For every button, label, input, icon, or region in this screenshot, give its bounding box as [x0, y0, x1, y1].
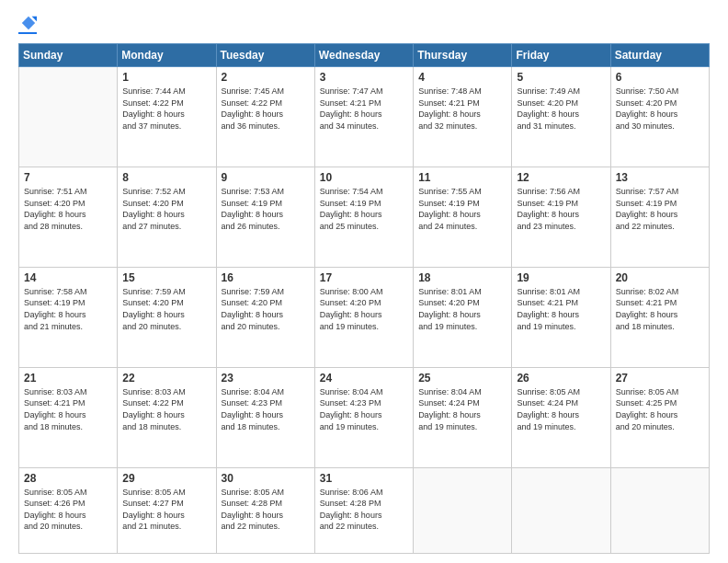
day-number: 8 — [122, 171, 210, 184]
page: SundayMondayTuesdayWednesdayThursdayFrid… — [0, 0, 728, 563]
calendar-cell: 21Sunrise: 8:03 AM Sunset: 4:21 PM Dayli… — [19, 367, 118, 467]
day-number: 6 — [616, 71, 704, 84]
logo — [18, 15, 37, 34]
day-number: 31 — [320, 472, 408, 485]
day-number: 7 — [24, 171, 112, 184]
day-info: Sunrise: 7:48 AM Sunset: 4:21 PM Dayligh… — [418, 86, 506, 132]
calendar-cell: 6Sunrise: 7:50 AM Sunset: 4:20 PM Daylig… — [610, 67, 709, 167]
day-info: Sunrise: 8:01 AM Sunset: 4:20 PM Dayligh… — [418, 286, 506, 332]
weekday-header-friday: Friday — [512, 44, 610, 67]
calendar-cell: 16Sunrise: 7:59 AM Sunset: 4:20 PM Dayli… — [216, 267, 314, 367]
day-info: Sunrise: 7:56 AM Sunset: 4:19 PM Dayligh… — [517, 186, 605, 232]
day-number: 14 — [24, 271, 112, 284]
week-row-1: 1Sunrise: 7:44 AM Sunset: 4:22 PM Daylig… — [19, 67, 710, 167]
weekday-header-thursday: Thursday — [414, 44, 512, 67]
day-number: 3 — [320, 71, 408, 84]
calendar-cell: 19Sunrise: 8:01 AM Sunset: 4:21 PM Dayli… — [512, 267, 610, 367]
day-info: Sunrise: 8:02 AM Sunset: 4:21 PM Dayligh… — [616, 286, 704, 332]
calendar-cell: 20Sunrise: 8:02 AM Sunset: 4:21 PM Dayli… — [610, 267, 709, 367]
day-info: Sunrise: 7:55 AM Sunset: 4:19 PM Dayligh… — [418, 186, 506, 232]
day-info: Sunrise: 7:51 AM Sunset: 4:20 PM Dayligh… — [24, 186, 112, 232]
day-number: 2 — [222, 71, 310, 84]
calendar-cell: 4Sunrise: 7:48 AM Sunset: 4:21 PM Daylig… — [414, 67, 512, 167]
logo-underline — [18, 32, 37, 34]
day-number: 10 — [320, 171, 408, 184]
calendar-cell: 27Sunrise: 8:05 AM Sunset: 4:25 PM Dayli… — [610, 367, 709, 467]
day-number: 4 — [418, 71, 506, 84]
calendar-cell: 14Sunrise: 7:58 AM Sunset: 4:19 PM Dayli… — [19, 267, 118, 367]
weekday-header-row: SundayMondayTuesdayWednesdayThursdayFrid… — [19, 44, 710, 67]
day-info: Sunrise: 8:04 AM Sunset: 4:23 PM Dayligh… — [222, 386, 310, 432]
weekday-header-wednesday: Wednesday — [314, 44, 413, 67]
day-info: Sunrise: 7:52 AM Sunset: 4:20 PM Dayligh… — [122, 186, 210, 232]
week-row-3: 14Sunrise: 7:58 AM Sunset: 4:19 PM Dayli… — [19, 267, 710, 367]
day-info: Sunrise: 7:58 AM Sunset: 4:19 PM Dayligh… — [24, 286, 112, 332]
day-info: Sunrise: 7:50 AM Sunset: 4:20 PM Dayligh… — [616, 86, 704, 132]
calendar-table: SundayMondayTuesdayWednesdayThursdayFrid… — [18, 43, 710, 554]
day-number: 24 — [320, 372, 408, 385]
day-number: 13 — [616, 171, 704, 184]
day-number: 25 — [418, 372, 506, 385]
day-info: Sunrise: 7:44 AM Sunset: 4:22 PM Dayligh… — [122, 86, 210, 132]
day-number: 21 — [24, 372, 112, 385]
day-info: Sunrise: 8:06 AM Sunset: 4:28 PM Dayligh… — [320, 487, 408, 533]
day-info: Sunrise: 8:01 AM Sunset: 4:21 PM Dayligh… — [517, 286, 605, 332]
calendar-cell: 29Sunrise: 8:05 AM Sunset: 4:27 PM Dayli… — [118, 467, 216, 553]
day-info: Sunrise: 7:59 AM Sunset: 4:20 PM Dayligh… — [222, 286, 310, 332]
calendar-cell: 24Sunrise: 8:04 AM Sunset: 4:23 PM Dayli… — [314, 367, 413, 467]
svg-marker-0 — [22, 17, 35, 29]
calendar-cell: 31Sunrise: 8:06 AM Sunset: 4:28 PM Dayli… — [314, 467, 413, 553]
day-number: 9 — [222, 171, 310, 184]
day-info: Sunrise: 7:47 AM Sunset: 4:21 PM Dayligh… — [320, 86, 408, 132]
calendar-cell: 13Sunrise: 7:57 AM Sunset: 4:19 PM Dayli… — [610, 167, 709, 267]
day-info: Sunrise: 8:05 AM Sunset: 4:25 PM Dayligh… — [616, 386, 704, 432]
day-number: 18 — [418, 271, 506, 284]
calendar-cell: 10Sunrise: 7:54 AM Sunset: 4:19 PM Dayli… — [314, 167, 413, 267]
weekday-header-tuesday: Tuesday — [216, 44, 314, 67]
calendar-cell: 28Sunrise: 8:05 AM Sunset: 4:26 PM Dayli… — [19, 467, 118, 553]
calendar-cell: 26Sunrise: 8:05 AM Sunset: 4:24 PM Dayli… — [512, 367, 610, 467]
calendar-cell — [19, 67, 118, 167]
calendar-cell — [414, 467, 512, 553]
calendar-cell: 3Sunrise: 7:47 AM Sunset: 4:21 PM Daylig… — [314, 67, 413, 167]
day-number: 27 — [616, 372, 704, 385]
calendar-cell: 15Sunrise: 7:59 AM Sunset: 4:20 PM Dayli… — [118, 267, 216, 367]
weekday-header-saturday: Saturday — [610, 44, 709, 67]
day-number: 26 — [517, 372, 605, 385]
day-number: 29 — [122, 472, 210, 485]
day-info: Sunrise: 7:54 AM Sunset: 4:19 PM Dayligh… — [320, 186, 408, 232]
logo-icon — [20, 15, 37, 31]
header — [18, 15, 710, 34]
calendar-cell — [512, 467, 610, 553]
calendar-cell: 8Sunrise: 7:52 AM Sunset: 4:20 PM Daylig… — [118, 167, 216, 267]
week-row-4: 21Sunrise: 8:03 AM Sunset: 4:21 PM Dayli… — [19, 367, 710, 467]
calendar-cell: 7Sunrise: 7:51 AM Sunset: 4:20 PM Daylig… — [19, 167, 118, 267]
calendar-cell: 25Sunrise: 8:04 AM Sunset: 4:24 PM Dayli… — [414, 367, 512, 467]
calendar-cell: 18Sunrise: 8:01 AM Sunset: 4:20 PM Dayli… — [414, 267, 512, 367]
day-number: 30 — [222, 472, 310, 485]
day-info: Sunrise: 8:05 AM Sunset: 4:27 PM Dayligh… — [122, 487, 210, 533]
weekday-header-sunday: Sunday — [19, 44, 118, 67]
day-number: 23 — [222, 372, 310, 385]
day-info: Sunrise: 7:49 AM Sunset: 4:20 PM Dayligh… — [517, 86, 605, 132]
day-info: Sunrise: 8:05 AM Sunset: 4:28 PM Dayligh… — [222, 487, 310, 533]
day-number: 19 — [517, 271, 605, 284]
calendar-cell: 30Sunrise: 8:05 AM Sunset: 4:28 PM Dayli… — [216, 467, 314, 553]
day-info: Sunrise: 7:45 AM Sunset: 4:22 PM Dayligh… — [222, 86, 310, 132]
calendar-cell: 5Sunrise: 7:49 AM Sunset: 4:20 PM Daylig… — [512, 67, 610, 167]
calendar-cell: 2Sunrise: 7:45 AM Sunset: 4:22 PM Daylig… — [216, 67, 314, 167]
calendar-cell: 22Sunrise: 8:03 AM Sunset: 4:22 PM Dayli… — [118, 367, 216, 467]
week-row-5: 28Sunrise: 8:05 AM Sunset: 4:26 PM Dayli… — [19, 467, 710, 553]
calendar-cell: 11Sunrise: 7:55 AM Sunset: 4:19 PM Dayli… — [414, 167, 512, 267]
day-number: 16 — [222, 271, 310, 284]
day-info: Sunrise: 7:53 AM Sunset: 4:19 PM Dayligh… — [222, 186, 310, 232]
day-number: 28 — [24, 472, 112, 485]
day-info: Sunrise: 8:03 AM Sunset: 4:22 PM Dayligh… — [122, 386, 210, 432]
day-info: Sunrise: 8:04 AM Sunset: 4:23 PM Dayligh… — [320, 386, 408, 432]
week-row-2: 7Sunrise: 7:51 AM Sunset: 4:20 PM Daylig… — [19, 167, 710, 267]
day-info: Sunrise: 8:00 AM Sunset: 4:20 PM Dayligh… — [320, 286, 408, 332]
day-number: 22 — [122, 372, 210, 385]
day-number: 15 — [122, 271, 210, 284]
calendar-cell — [610, 467, 709, 553]
calendar-cell: 1Sunrise: 7:44 AM Sunset: 4:22 PM Daylig… — [118, 67, 216, 167]
